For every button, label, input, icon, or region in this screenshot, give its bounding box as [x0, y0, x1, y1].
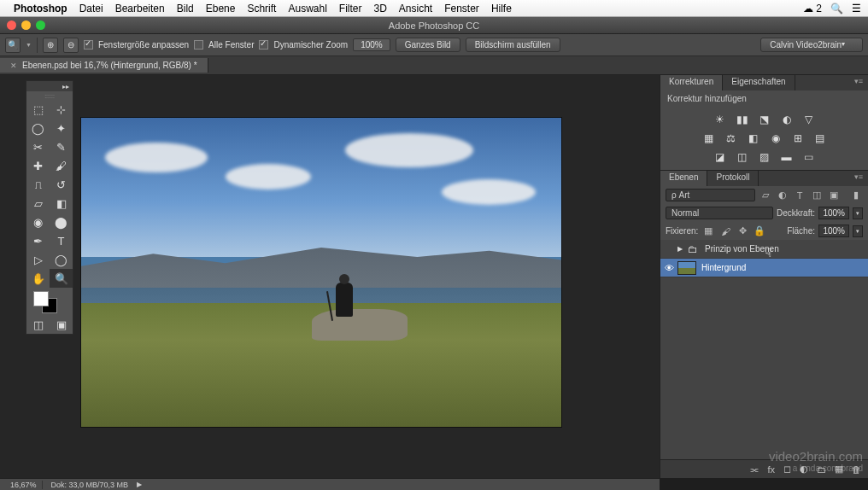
blend-mode-select[interactable]: Normal	[666, 207, 773, 219]
status-zoom[interactable]: 16,67%	[5, 481, 43, 489]
shape-tool-icon[interactable]: ◯	[50, 250, 73, 269]
menu-bild[interactable]: Bild	[177, 3, 194, 15]
eyedropper-tool-icon[interactable]: ✎	[50, 137, 73, 156]
menu-extras-icon[interactable]: ☰	[852, 3, 861, 15]
menu-ebene[interactable]: Ebene	[206, 3, 236, 15]
menu-bearbeiten[interactable]: Bearbeiten	[115, 3, 165, 15]
spotlight-icon[interactable]: 🔍	[830, 3, 843, 15]
toolbox-collapse-icon[interactable]: ▸▸	[62, 83, 69, 90]
type-tool-icon[interactable]: T	[50, 231, 73, 250]
blur-tool-icon[interactable]: ◉	[26, 213, 50, 231]
color-swatches[interactable]	[26, 288, 73, 315]
filter-type-icon[interactable]: T	[793, 190, 806, 201]
layer-filter-select[interactable]: ρ Art	[666, 189, 755, 201]
crop-tool-icon[interactable]: ✂	[26, 137, 50, 156]
move-tool-icon[interactable]: ⬚	[26, 100, 50, 119]
fill-dropdown-icon[interactable]: ▾	[853, 225, 863, 237]
resize-windows-checkbox[interactable]	[84, 40, 93, 50]
status-flyout-icon[interactable]: ▶	[137, 481, 142, 488]
tab-eigenschaften[interactable]: Eigenschaften	[723, 75, 795, 90]
gradientmap-adjustment-icon[interactable]: ▬	[779, 150, 795, 164]
selectivecolor-adjustment-icon[interactable]: ▭	[801, 150, 817, 164]
zoom-in-icon[interactable]: ⊕	[43, 38, 58, 53]
menu-schrift[interactable]: Schrift	[247, 3, 276, 15]
vibrance-adjustment-icon[interactable]: ▽	[801, 113, 817, 126]
zoom-out-icon[interactable]: ⊖	[63, 38, 79, 53]
history-brush-tool-icon[interactable]: ↺	[50, 175, 73, 194]
invert-adjustment-icon[interactable]: ◪	[713, 150, 728, 164]
magic-wand-tool-icon[interactable]: ✦	[50, 119, 73, 137]
filter-shape-icon[interactable]: ◫	[810, 190, 824, 201]
foreground-color-swatch[interactable]	[33, 291, 49, 306]
new-adjustment-icon[interactable]: ◐	[800, 464, 808, 475]
lock-all-icon[interactable]: 🔒	[753, 225, 766, 237]
gradient-tool-icon[interactable]: ◧	[50, 194, 73, 213]
all-windows-checkbox[interactable]	[194, 40, 203, 50]
bw-adjustment-icon[interactable]: ◧	[746, 131, 761, 145]
healing-tool-icon[interactable]: ✚	[26, 156, 50, 175]
new-group-icon[interactable]: 🗀	[817, 464, 826, 475]
lock-transparency-icon[interactable]: ▦	[701, 225, 715, 237]
brush-tool-icon[interactable]: 🖌	[50, 156, 73, 175]
layer-fx-icon[interactable]: fx	[767, 464, 775, 475]
layers-panel-menu-icon[interactable]: ▾≡	[849, 171, 868, 186]
opacity-field[interactable]: 100%	[818, 207, 849, 219]
menu-hilfe[interactable]: Hilfe	[491, 3, 512, 15]
opacity-dropdown-icon[interactable]: ▾	[853, 207, 863, 219]
lock-position-icon[interactable]: ✥	[736, 225, 749, 237]
filter-smart-icon[interactable]: ▣	[827, 190, 841, 201]
hand-tool-icon[interactable]: ✋	[26, 269, 50, 288]
curves-adjustment-icon[interactable]: ⬔	[757, 113, 772, 126]
canvas-area[interactable]: ▸▸ :::::: ⬚ ⊹ ◯ ✦ ✂ ✎ ✚ 🖌 ⎍ ↺ ▱ ◧ ◉ ⬤ ✒ …	[0, 75, 660, 478]
menu-datei[interactable]: Datei	[79, 3, 103, 15]
zoom-percent-field[interactable]: 100%	[353, 38, 390, 51]
stamp-tool-icon[interactable]: ⎍	[26, 175, 50, 194]
posterize-adjustment-icon[interactable]: ◫	[735, 150, 750, 164]
path-select-tool-icon[interactable]: ▷	[26, 250, 50, 269]
app-name[interactable]: Photoshop	[14, 3, 67, 15]
link-layers-icon[interactable]: ⫘	[749, 464, 759, 475]
zoom-tool-active-icon[interactable]: 🔍	[50, 269, 73, 288]
screenmode-tool-icon[interactable]: ▣	[50, 315, 73, 334]
colorbalance-adjustment-icon[interactable]: ⚖	[724, 131, 739, 145]
menu-fenster[interactable]: Fenster	[444, 3, 479, 15]
hue-adjustment-icon[interactable]: ▦	[701, 131, 717, 145]
workspace-selector[interactable]: Calvin Video2brain ▾	[760, 38, 863, 52]
menu-ansicht[interactable]: Ansicht	[399, 3, 432, 15]
photofilter-adjustment-icon[interactable]: ◉	[768, 131, 783, 145]
fill-screen-button[interactable]: Bildschirm ausfüllen	[466, 38, 560, 52]
colorlookup-adjustment-icon[interactable]: ▤	[812, 131, 828, 145]
pen-tool-icon[interactable]: ✒	[26, 231, 50, 250]
delete-layer-icon[interactable]: 🗑	[852, 464, 861, 475]
tab-ebenen[interactable]: Ebenen	[660, 171, 707, 186]
toolbox-grip[interactable]: ::::::	[26, 91, 73, 100]
scrubby-zoom-checkbox[interactable]	[259, 40, 268, 50]
lock-pixels-icon[interactable]: 🖌	[718, 225, 732, 237]
layer-list[interactable]: ▶ 🗀 Prinzip von Ebenen 👁 Hintergrund	[660, 240, 868, 459]
layer-background-row[interactable]: 👁 Hintergrund	[660, 259, 868, 277]
fit-screen-button[interactable]: Ganzes Bild	[396, 38, 460, 52]
filter-toggle-icon[interactable]: ▮	[849, 190, 863, 201]
visibility-eye-icon[interactable]: 👁	[660, 263, 677, 273]
filter-image-icon[interactable]: ▱	[759, 190, 772, 201]
layer-group-row[interactable]: ▶ 🗀 Prinzip von Ebenen	[660, 240, 868, 259]
menu-filter[interactable]: Filter	[339, 3, 362, 15]
layer-mask-icon[interactable]: ◻	[783, 464, 791, 475]
minimize-window-button[interactable]	[21, 20, 31, 30]
marquee-tool-icon[interactable]: ⊹	[50, 100, 73, 119]
menu-3d[interactable]: 3D	[373, 3, 386, 15]
close-tab-icon[interactable]: ✕	[10, 61, 17, 70]
document-canvas[interactable]	[81, 118, 561, 427]
document-tab[interactable]: ✕ Ebenen.psd bei 16,7% (Hintergrund, RGB…	[0, 58, 208, 73]
fill-field[interactable]: 100%	[818, 225, 849, 237]
dodge-tool-icon[interactable]: ⬤	[50, 213, 73, 231]
exposure-adjustment-icon[interactable]: ◐	[779, 113, 795, 126]
zoom-tool-icon[interactable]: 🔍	[5, 38, 21, 53]
panel-menu-icon[interactable]: ▾≡	[849, 75, 868, 90]
group-fold-icon[interactable]: ▶	[677, 245, 688, 253]
new-layer-icon[interactable]: ▦	[835, 464, 843, 475]
tool-preset-dropdown-icon[interactable]: ▼	[26, 42, 32, 48]
quickmask-tool-icon[interactable]: ◫	[26, 315, 50, 334]
status-doc-size[interactable]: Dok: 33,0 MB/70,3 MB	[51, 481, 129, 489]
channelmixer-adjustment-icon[interactable]: ⊞	[790, 131, 806, 145]
